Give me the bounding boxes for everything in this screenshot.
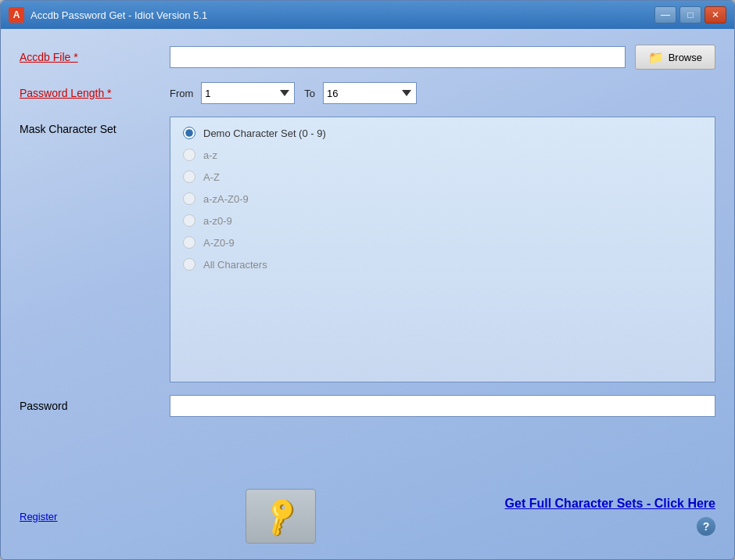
main-window: A Accdb Password Get - Idiot Version 5.1… [0,0,735,560]
radio-AZ[interactable]: A-Z [183,171,702,183]
minimize-button[interactable]: — [654,6,676,23]
bottom-row: Register 🔑 Get Full Character Sets - Cli… [20,483,715,544]
from-select[interactable]: 1 2 3 4 5 6 7 8 [201,82,295,104]
radio-all-label: All Characters [203,259,267,271]
app-icon: A [9,7,24,23]
radio-azAZ09-input[interactable] [183,192,195,205]
radio-demo-label: Demo Character Set (0 - 9) [203,127,326,139]
password-input[interactable] [170,395,715,417]
radio-azAZ09[interactable]: a-zA-Z0-9 [183,192,702,205]
radio-AZ09-label: A-Z0-9 [203,237,235,249]
password-length-row: Password Length * From 1 2 3 4 5 6 7 8 T… [20,82,715,104]
to-group: To 8 9 10 11 12 13 14 15 16 17 18 19 20 [304,82,417,104]
help-button[interactable]: ? [697,517,715,536]
from-label: From [170,88,193,99]
key-icon: 🔑 [257,494,304,540]
maximize-button[interactable]: □ [679,6,701,23]
radio-az-input[interactable] [183,149,195,161]
window-title: Accdb Password Get - Idiot Version 5.1 [30,9,207,21]
accdb-file-input[interactable] [170,46,626,68]
radio-all-input[interactable] [183,258,195,271]
radio-all[interactable]: All Characters [183,258,702,271]
password-length-label: Password Length * [20,87,160,99]
mask-character-set-label: Mask Character Set [20,117,160,135]
close-button[interactable]: ✕ [705,6,726,23]
content-area: Accdb File * 📁 Browse Password Length * … [1,29,734,559]
radio-az09-label: a-z0-9 [203,215,232,227]
password-label: Password [20,400,160,412]
register-link[interactable]: Register [20,511,57,522]
folder-icon: 📁 [648,50,664,65]
radio-azAZ09-label: a-zA-Z0-9 [203,193,249,205]
get-full-link[interactable]: Get Full Character Sets - Click Here [505,497,715,511]
radio-demo[interactable]: Demo Character Set (0 - 9) [183,127,702,139]
from-group: From 1 2 3 4 5 6 7 8 [170,82,295,104]
title-bar: A Accdb Password Get - Idiot Version 5.1… [1,1,734,29]
browse-button-label: Browse [669,52,702,63]
title-buttons: — □ ✕ [654,6,726,23]
radio-az09[interactable]: a-z0-9 [183,214,702,227]
mask-options-box: Demo Character Set (0 - 9) a-z A-Z a-zA-… [170,117,715,382]
radio-az[interactable]: a-z [183,149,702,161]
browse-button[interactable]: 📁 Browse [635,45,715,70]
radio-AZ09[interactable]: A-Z0-9 [183,236,702,249]
to-select[interactable]: 8 9 10 11 12 13 14 15 16 17 18 19 20 [323,82,417,104]
radio-AZ09-input[interactable] [183,236,195,249]
password-row: Password [20,395,715,417]
radio-az-label: a-z [203,149,217,161]
mask-character-set-section: Mask Character Set Demo Character Set (0… [20,117,715,382]
bottom-right: Get Full Character Sets - Click Here ? [505,497,715,536]
radio-AZ-input[interactable] [183,171,195,183]
start-button[interactable]: 🔑 [246,489,316,544]
radio-AZ-label: A-Z [203,171,220,183]
accdb-file-label: Accdb File * [20,51,160,63]
radio-az09-input[interactable] [183,214,195,227]
accdb-file-row: Accdb File * 📁 Browse [20,45,715,70]
radio-demo-input[interactable] [183,127,195,139]
title-bar-left: A Accdb Password Get - Idiot Version 5.1 [9,7,207,23]
to-label: To [304,88,315,99]
